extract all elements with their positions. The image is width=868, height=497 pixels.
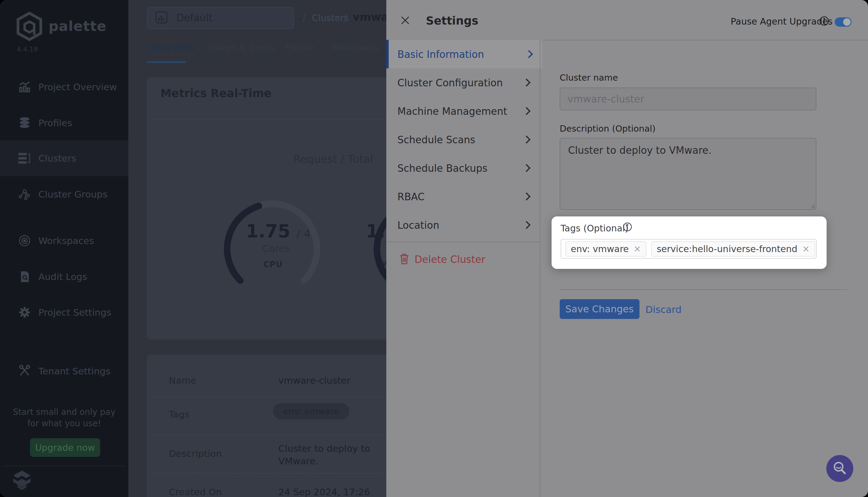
sidebar-item-cluster-groups[interactable]: Cluster Groups [0, 176, 128, 212]
detail-label-name: Name [169, 375, 196, 386]
description-label: Description (Optional) [560, 124, 656, 134]
sidebar-item-label: Cluster Groups [38, 189, 107, 200]
palette-logo-icon [16, 11, 43, 41]
sidebar-item-label: Project Settings [38, 307, 111, 318]
upgrade-now-button[interactable]: Upgrade now [30, 438, 100, 457]
menu-item-label: Machine Management [397, 105, 507, 117]
menu-item-label: Location [397, 219, 439, 231]
info-icon[interactable] [819, 16, 830, 26]
cpu-total: / 4 [297, 228, 310, 240]
project-icon [155, 11, 167, 23]
tags-input[interactable]: env: vmware × service:hello-universe-fro… [561, 239, 817, 259]
trash-icon [399, 253, 410, 265]
close-icon[interactable] [400, 14, 413, 27]
menu-item-basic-information[interactable]: Basic Information [386, 40, 542, 68]
cluster-name-input[interactable] [560, 87, 816, 110]
menu-item-label: RBAC [397, 191, 425, 202]
cpu-used: 1.75 [246, 221, 290, 242]
detail-label-description: Description [169, 448, 222, 459]
panel-divider [540, 40, 541, 497]
tools-icon [17, 364, 32, 378]
info-icon[interactable] [622, 222, 632, 232]
delete-cluster-button[interactable]: Delete Cluster [386, 246, 540, 273]
discard-button[interactable]: Discard [645, 304, 682, 315]
chevron-right-icon [522, 193, 531, 200]
doc-search-icon [17, 269, 32, 284]
sidebar-item-label: Clusters [38, 153, 76, 164]
tab-usage-costs[interactable]: Usage & Costs [207, 42, 275, 53]
sidebar-item-profiles[interactable]: Profiles [0, 105, 128, 141]
target-icon [17, 233, 32, 248]
tag-text: service:hello-universe-frontend [657, 244, 797, 254]
form-divider [560, 289, 847, 290]
pause-agent-upgrades-label: Pause Agent Upgrades [731, 16, 832, 27]
sidebar-item-audit-logs[interactable]: Audit Logs [0, 259, 128, 295]
sidebar-item-workspaces[interactable]: Workspaces [0, 223, 128, 259]
tab-overview[interactable]: Overview [147, 42, 196, 53]
menu-item-label: Schedule Scans [397, 134, 475, 145]
remove-tag-icon[interactable]: × [802, 244, 810, 253]
sidebar-item-project-overview[interactable]: Project Overview [0, 69, 128, 105]
nodes-icon [17, 187, 32, 201]
bar-chart-icon [17, 80, 32, 94]
pause-agent-upgrades-toggle[interactable] [835, 17, 852, 27]
menu-item-machine-management[interactable]: Machine Management [386, 97, 540, 125]
sidebar-item-label: Audit Logs [38, 271, 87, 282]
menu-item-cluster-configuration[interactable]: Cluster Configuration [386, 68, 540, 97]
tag-text: env: vmware [571, 244, 629, 254]
settings-menu: Basic Information Cluster Configuration … [386, 40, 540, 239]
tag-chip-service-hello-universe-frontend: service:hello-universe-frontend × [651, 241, 815, 257]
detail-label-tags: Tags [169, 409, 190, 420]
chevron-right-icon [522, 107, 531, 115]
project-selector-value: Default [176, 12, 213, 24]
menu-item-schedule-backups[interactable]: Schedule Backups [386, 154, 540, 182]
tag-chip-env-vmware: env: vmware × [565, 241, 646, 257]
help-search-fab[interactable] [826, 455, 853, 482]
save-changes-button[interactable]: Save Changes [560, 299, 640, 319]
breadcrumb-separator: / [344, 12, 347, 23]
tab-workloads[interactable]: Workloads [331, 42, 379, 53]
magnifier-smile-icon [831, 460, 848, 477]
app-logo-text: palette [48, 18, 107, 34]
sidebar-item-project-settings[interactable]: Project Settings [0, 294, 128, 330]
sidebar-item-clusters[interactable]: Clusters [0, 140, 128, 176]
detail-value-name: vmware-cluster [278, 375, 351, 386]
tab-profile[interactable]: Profile [285, 42, 314, 53]
delete-cluster-label: Delete Cluster [415, 254, 485, 265]
sidebar-item-label: Project Overview [38, 82, 117, 92]
sidebar-item-tenant-settings[interactable]: Tenant Settings [0, 353, 128, 389]
cluster-name-label: Cluster name [560, 73, 618, 83]
chevron-right-icon [522, 221, 531, 229]
sidebar-item-label: Profiles [38, 117, 72, 128]
tag-chip-env-vmware: env: vmware [273, 403, 349, 420]
tags-section-spotlight: Tags (Optional) env: vmware × service:he… [551, 216, 827, 269]
description-textarea[interactable]: Cluster to deploy to VMware. [560, 138, 816, 210]
menu-item-label: Schedule Backups [397, 162, 487, 174]
settings-header: Settings Pause Agent Upgrades [386, 0, 868, 41]
project-selector[interactable]: Default [147, 7, 294, 29]
breadcrumb-clusters-link[interactable]: Clusters [312, 13, 349, 23]
app-window: palette 4.4.19 Project Overview Profiles [0, 0, 868, 497]
menu-divider [386, 242, 540, 242]
database-icon [17, 116, 32, 130]
chevron-right-icon [522, 164, 531, 172]
detail-label-created-on: Created On [169, 486, 222, 497]
metrics-legend: Request / Total [293, 153, 373, 165]
resize-handle[interactable] [810, 203, 815, 208]
chevron-right-icon [522, 136, 531, 144]
menu-item-location[interactable]: Location [386, 211, 540, 239]
menu-item-rbac[interactable]: RBAC [386, 182, 540, 211]
chevron-right-icon [525, 50, 533, 58]
remove-tag-icon[interactable]: × [633, 244, 641, 253]
chevron-right-icon [522, 79, 531, 87]
menu-item-schedule-scans[interactable]: Schedule Scans [386, 125, 540, 154]
detail-value-description: Cluster to deploy to VMware. [278, 442, 380, 467]
cpu-gauge-label: CPU [263, 259, 283, 269]
description-value: Cluster to deploy to VMware. [568, 144, 711, 156]
metrics-card-title: Metrics Real-Time [160, 87, 271, 100]
cpu-gauge-unit: Cores [263, 243, 290, 254]
detail-value-created-on: 24 Sep 2024, 17:26 [278, 486, 370, 497]
sidebar-item-label: Workspaces [38, 235, 94, 246]
sidebar: palette 4.4.19 Project Overview Profiles [0, 0, 128, 497]
upsell-text-line2: for what you use! [0, 418, 128, 428]
